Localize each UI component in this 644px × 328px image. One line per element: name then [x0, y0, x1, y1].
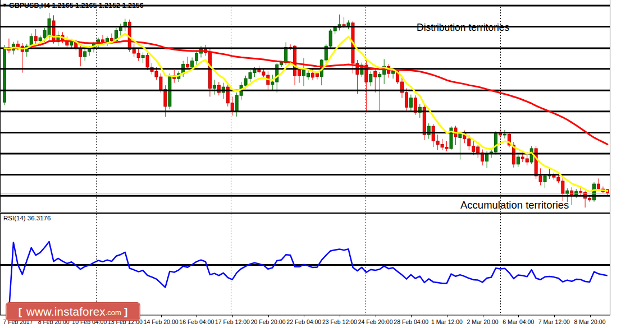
candle-body [539, 176, 542, 182]
candle-body [186, 64, 189, 67]
instaforex-logo: [www.instaforex.com] [6, 302, 140, 321]
candle-body [468, 139, 471, 146]
candle-body [543, 176, 546, 182]
price-axis[interactable]: 1.25751.25301.24851.24401.23951.22601.22… [610, 0, 644, 328]
time-tick-mark [518, 315, 519, 317]
candle-body [39, 38, 42, 40]
candle-body [191, 61, 194, 67]
logo-bracket-right: ] [124, 306, 127, 318]
candle-body [374, 71, 377, 77]
logo-suffix: .com [106, 308, 121, 317]
candle-body [459, 133, 462, 138]
time-label: 6 Mar 04:00 [500, 318, 537, 325]
time-label: 14 Feb 20:00 [143, 318, 180, 325]
candle-body [3, 48, 6, 102]
time-label: 2 Mar 20:00 [464, 318, 501, 325]
logo-text: www.instaforex [26, 305, 106, 318]
candle-body [472, 146, 475, 151]
time-tick-mark [268, 315, 269, 317]
candle-body [195, 53, 198, 61]
time-tick-mark [376, 315, 376, 317]
time-label: 7 Mar 12:00 [536, 318, 573, 325]
candle-body [280, 63, 283, 65]
candle-body [329, 31, 332, 46]
candle-body [517, 157, 519, 164]
candle-body [316, 73, 318, 76]
candle-body [409, 98, 412, 108]
candle-body [334, 27, 336, 31]
rsi-indicator-label: RSI(14) 36.3176 [3, 215, 51, 221]
candle-body [557, 177, 560, 181]
distribution-territories-annotation: Distribution territories [417, 22, 509, 34]
time-label: 8 Mar 20:00 [572, 318, 609, 325]
time-tick-mark [232, 315, 233, 317]
fast-ma-line [4, 34, 608, 192]
candle-body [235, 95, 238, 110]
candle-body [262, 72, 265, 75]
candle-body [88, 49, 91, 52]
candle-body [535, 149, 537, 176]
candle-body [597, 184, 600, 189]
candle-body [503, 134, 506, 135]
candle-body [521, 157, 524, 159]
candle-body [141, 56, 144, 58]
candle-body [294, 46, 296, 76]
time-label: 24 Feb 20:00 [357, 318, 394, 325]
candle-body [405, 93, 408, 107]
candle-body [311, 73, 314, 77]
candle-body [102, 40, 104, 42]
candle-body [477, 147, 479, 153]
candle-body [249, 73, 252, 79]
time-tick-mark [304, 315, 304, 317]
candle-body [369, 75, 372, 82]
chart-marker-icon[interactable]: ▼ [2, 2, 7, 8]
time-label: 20 Feb 20:00 [250, 318, 287, 325]
candle-body [137, 53, 140, 58]
candle-body [253, 70, 256, 73]
candle-body [486, 154, 488, 161]
time-tick-mark [590, 315, 591, 317]
candle-body [298, 70, 301, 76]
price-chart-canvas[interactable] [0, 0, 610, 213]
candle-body [52, 21, 55, 42]
time-label: 22 Feb 04:00 [285, 318, 322, 325]
symbol-ohlc-label: GBPUSD,H4 1.2165 1.2165 1.2152 1.2156 [9, 2, 144, 10]
candle-body [445, 147, 448, 149]
candle-body [226, 87, 229, 103]
candle-body [526, 159, 528, 162]
candle-body [436, 141, 439, 144]
time-tick-mark [197, 315, 197, 317]
candle-body [307, 73, 309, 77]
candle-body [432, 126, 435, 141]
time-label: 17 Feb 12:00 [214, 318, 251, 325]
time-label: 16 Feb 04:00 [178, 318, 215, 325]
candle-body [110, 39, 113, 41]
candle-body [213, 85, 216, 88]
time-label: 28 Feb 04:00 [392, 318, 430, 325]
candle-body [208, 52, 211, 88]
time-label: 1 Mar 12:00 [428, 318, 465, 325]
candle-body [495, 133, 497, 152]
time-tick-mark [483, 315, 483, 317]
rsi-line [9, 242, 608, 310]
time-tick-mark [340, 315, 340, 317]
candle-body [441, 144, 444, 147]
candle-body [34, 36, 37, 41]
rsi-chart-canvas[interactable] [0, 213, 610, 316]
candle-body [43, 30, 46, 38]
candle-body [79, 48, 82, 57]
candle-body [217, 85, 220, 93]
candle-body [133, 49, 135, 53]
candle-body [271, 82, 274, 85]
mt4-chart-window: ▼ GBPUSD,H4 1.2165 1.2165 1.2152 1.2156 … [0, 0, 644, 328]
candle-body [302, 70, 305, 76]
candle-body [84, 52, 86, 57]
slow-ma-line [4, 41, 608, 145]
candle-body [347, 23, 350, 26]
candle-body [570, 191, 573, 195]
time-label: 23 Feb 12:00 [321, 318, 358, 325]
candle-body [155, 71, 158, 77]
candle-body [231, 103, 234, 111]
time-tick-mark [554, 315, 555, 317]
candle-body [106, 39, 108, 42]
